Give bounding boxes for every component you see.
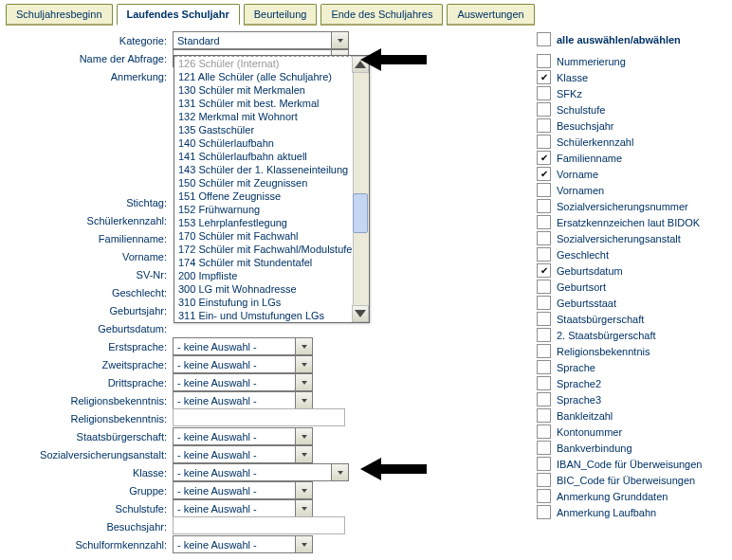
check-row[interactable]: Anmerkung Grunddaten [537,488,726,504]
dropdown-item[interactable]: 130 Schüler mit Merkmalen [174,83,354,97]
dritt-combo[interactable]: - keine Auswahl - [173,373,313,391]
dropdown-item[interactable]: 143 Schüler der 1. Klasseneinteilung [174,163,354,176]
check-row[interactable]: Bankleitzahl [537,407,726,424]
checkbox-icon[interactable] [537,296,551,310]
check-row[interactable]: Sozialversicherungsnummer [537,198,726,214]
checkbox-icon[interactable] [537,199,551,213]
dropdown-item[interactable]: 150 Schüler mit Zeugnissen [174,176,354,190]
chevron-down-icon[interactable] [295,338,312,354]
check-row[interactable]: Sprache [537,359,726,375]
checkbox-icon[interactable] [537,376,551,390]
tab-t0[interactable]: Schuljahresbeginn [6,4,113,26]
checkbox-icon[interactable] [537,102,551,117]
checkbox-icon[interactable] [537,215,551,229]
stufe-combo[interactable]: - keine Auswahl - [173,499,313,517]
dropdown-item[interactable]: 151 Offene Zeugnisse [174,190,354,203]
check-row[interactable]: Besuchsjahr [537,117,726,134]
relig2-input[interactable] [173,408,345,426]
dropdown-item[interactable]: 170 Schüler mit Fachwahl [174,229,354,243]
tab-t1[interactable]: Laufendes Schuljahr [117,4,240,26]
check-row[interactable]: 2. Staatsbürgerschaft [537,327,726,343]
chevron-down-icon[interactable] [295,500,312,516]
checkbox-icon[interactable] [537,231,551,245]
check-row[interactable]: SFKz [537,85,726,101]
check-row[interactable]: Sprache3 [537,391,726,407]
dropdown-item[interactable]: 174 Schüler mit Stundentafel [174,256,354,269]
abfrage-dropdown-list[interactable]: 126 Schüler (Internat)121 Alle Schüler (… [174,55,370,323]
checkbox-icon[interactable] [537,312,551,326]
sfk-combo[interactable]: - keine Auswahl - [173,535,313,553]
checkbox-icon[interactable] [537,408,551,423]
checkbox-icon[interactable] [537,344,551,358]
check-row[interactable]: Sprache2 [537,375,726,391]
checkbox-icon[interactable]: ✔ [537,70,551,84]
check-row[interactable]: Anmerkung Laufbahn [537,504,726,520]
tab-t4[interactable]: Auswertungen [447,4,534,26]
dropdown-item[interactable]: 311 Ein- und Umstufungen LGs [174,309,354,322]
chevron-down-icon[interactable] [331,464,348,480]
check-row[interactable]: Ersatzkennzeichen laut BIDOK [537,214,726,230]
staat-combo[interactable]: - keine Auswahl - [173,427,313,445]
check-row[interactable]: Schulstufe [537,101,726,117]
chevron-down-icon[interactable] [295,392,312,408]
chevron-down-icon[interactable] [295,446,312,462]
dropdown-item[interactable]: 132 Merkmal mit Wohnort [174,110,354,123]
dropdown-item[interactable]: 141 Schülerlaufbahn aktuell [174,150,354,163]
checkbox-icon[interactable] [537,473,551,487]
checkbox-icon[interactable] [537,32,551,46]
checkbox-icon[interactable] [537,505,551,519]
dropdown-item[interactable]: 126 Schüler (Internat) [174,56,354,70]
check-all-row[interactable]: alle auswählen/abwählen [537,31,726,47]
checkbox-icon[interactable] [537,118,551,133]
sva-combo[interactable]: - keine Auswahl - [173,445,313,463]
checkbox-icon[interactable] [537,247,551,262]
check-row[interactable]: Sozialversicherungsanstalt [537,230,726,246]
checkbox-icon[interactable]: ✔ [537,263,551,278]
chevron-down-icon[interactable] [295,356,312,372]
scroll-thumb[interactable] [353,193,368,233]
check-row[interactable]: ✔Vorname [537,166,726,182]
dropdown-item[interactable]: 153 Lehrplanfestlegung [174,216,354,229]
scroll-down-button[interactable] [352,305,369,322]
checkbox-icon[interactable] [537,489,551,503]
gruppe-combo[interactable]: - keine Auswahl - [173,481,313,499]
kategorie-combo[interactable]: Standard [173,31,349,49]
tab-t3[interactable]: Ende des Schuljahres [320,4,443,26]
chevron-down-icon[interactable] [295,482,312,498]
besuch-input[interactable] [173,516,345,534]
checkbox-icon[interactable] [537,392,551,406]
checkbox-icon[interactable] [537,441,551,455]
checkbox-icon[interactable] [537,54,551,68]
klasse-combo[interactable]: - keine Auswahl - [173,463,349,481]
checkbox-icon[interactable] [537,183,551,197]
check-row[interactable]: Religionsbekenntnis [537,343,726,359]
checkbox-icon[interactable] [537,135,551,149]
dropdown-item[interactable]: 200 Impfliste [174,269,354,282]
dropdown-item[interactable]: 121 Alle Schüler (alle Schuljahre) [174,70,354,83]
check-row[interactable]: Nummerierung [537,53,726,69]
checkbox-icon[interactable] [537,280,551,294]
zweit-combo[interactable]: - keine Auswahl - [173,355,313,373]
check-row[interactable]: ✔Familienname [537,150,726,166]
check-row[interactable]: BIC_Code für Überweisungen [537,472,726,488]
check-row[interactable]: IBAN_Code für Überweisungen [537,456,726,472]
scrollbar[interactable] [353,56,369,322]
dropdown-item[interactable]: 152 Frühwarnung [174,203,354,216]
erst-combo[interactable]: - keine Auswahl - [173,337,313,355]
dropdown-item[interactable]: 131 Schüler mit best. Merkmal [174,97,354,110]
checkbox-icon[interactable] [537,86,551,100]
checkbox-icon[interactable] [537,425,551,439]
dropdown-item[interactable]: 310 Einstufung in LGs [174,296,354,309]
check-row[interactable]: Staatsbürgerschaft [537,311,726,327]
chevron-down-icon[interactable] [295,428,312,444]
checkbox-icon[interactable]: ✔ [537,167,551,181]
dropdown-item[interactable]: 300 LG mit Wohnadresse [174,282,354,296]
relig-combo[interactable]: - keine Auswahl - [173,391,313,409]
chevron-down-icon[interactable] [295,536,312,552]
checkbox-icon[interactable] [537,328,551,342]
chevron-down-icon[interactable] [331,32,348,48]
check-row[interactable]: Geburtsstaat [537,295,726,311]
dropdown-item[interactable]: 135 Gastschüler [174,123,354,136]
dropdown-item[interactable]: 172 Schüler mit Fachwahl/Modulstufe [174,243,354,256]
check-row[interactable]: ✔Klasse [537,69,726,85]
